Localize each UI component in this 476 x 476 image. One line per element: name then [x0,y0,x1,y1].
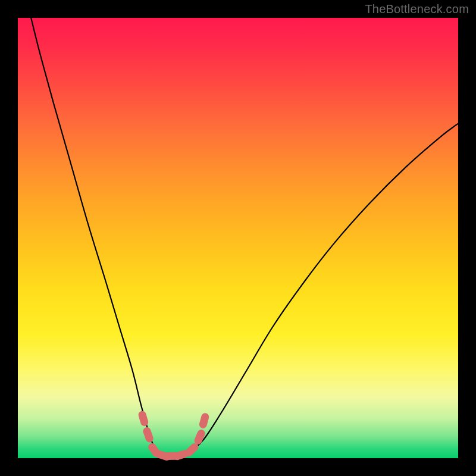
watermark-text: TheBottleneck.com [365,2,469,16]
curve-bead [147,431,149,439]
curve-bead [152,447,157,453]
curve-svg [18,18,458,458]
curve-bead [142,415,145,422]
outer-frame: TheBottleneck.com [0,0,476,476]
curve-bead [189,447,195,452]
curve-beads [142,415,205,456]
curve-bead [198,433,201,440]
curve-bead [177,454,184,456]
plot-area [18,18,458,458]
curve-bead [203,417,205,425]
bottleneck-curve [31,18,458,456]
